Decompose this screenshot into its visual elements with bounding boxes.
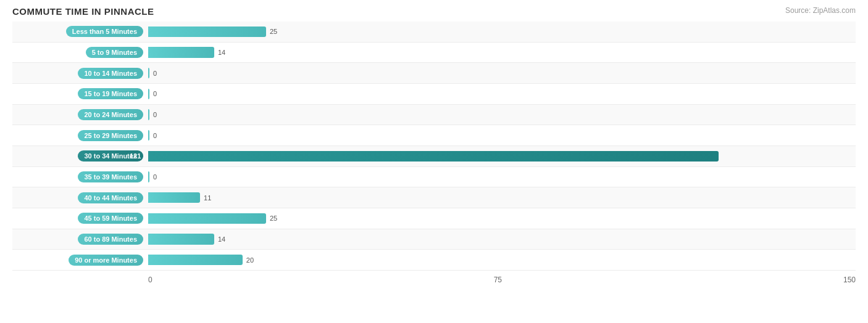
source-label: Source: ZipAtlas.com (785, 6, 856, 15)
bar-label-container: 45 to 59 Minutes (12, 213, 148, 224)
bar-fill (148, 27, 266, 37)
bar-value: 0 (153, 132, 157, 139)
bar-fill (148, 109, 149, 120)
bar-row: 40 to 44 Minutes11 (12, 187, 856, 208)
bar-value: 11 (204, 194, 211, 202)
bar-row: 45 to 59 Minutes25 (12, 208, 856, 229)
bar-track: 0 (148, 64, 856, 82)
x-axis-tick: 150 (843, 276, 856, 284)
bar-track: 14 (148, 44, 856, 62)
bar-track: 14 (148, 231, 856, 248)
bar-track: 25 (148, 23, 856, 41)
bar-row: 35 to 39 Minutes0 (12, 167, 856, 188)
bar-fill (148, 171, 149, 182)
bar-value: 121 (130, 152, 141, 160)
bar-label-container: 60 to 89 Minutes (12, 234, 148, 245)
bar-row: 5 to 9 Minutes14 (12, 43, 856, 63)
bar-label-pill: 10 to 14 Minutes (78, 68, 143, 79)
bar-value: 0 (153, 90, 157, 97)
bar-label-pill: 20 to 24 Minutes (78, 109, 143, 120)
bar-value: 20 (246, 256, 254, 264)
chart-title: COMMUTE TIME IN PINNACLE (12, 6, 856, 17)
bar-track: 11 (148, 189, 856, 206)
bar-value: 14 (218, 49, 225, 56)
bar-row: 60 to 89 Minutes14 (12, 229, 856, 250)
bar-fill (148, 89, 149, 99)
bar-track: 0 (148, 106, 856, 124)
bar-label-container: 90 or more Minutes (12, 255, 148, 266)
bar-label-pill: Less than 5 Minutes (66, 26, 143, 37)
bar-row: 10 to 14 Minutes0 (12, 63, 856, 84)
bar-value: 0 (153, 173, 157, 181)
bar-fill (148, 234, 214, 244)
chart-area: Less than 5 Minutes255 to 9 Minutes1410 … (12, 22, 856, 289)
bar-row: Less than 5 Minutes25 (12, 22, 856, 43)
bar-track: 0 (148, 126, 856, 144)
bar-label-pill: 15 to 19 Minutes (78, 88, 143, 99)
bar-value: 0 (153, 111, 157, 118)
chart-container: COMMUTE TIME IN PINNACLE Source: ZipAtla… (0, 0, 868, 323)
bar-label-container: 20 to 24 Minutes (12, 109, 148, 120)
bar-fill (148, 130, 149, 141)
bar-track: 0 (148, 168, 856, 186)
bar-label-container: 35 to 39 Minutes (12, 171, 148, 182)
bar-row: 30 to 34 Minutes121 (12, 146, 856, 167)
bar-track: 20 (148, 251, 856, 269)
bar-label-container: 25 to 29 Minutes (12, 130, 148, 141)
bar-label-container: 10 to 14 Minutes (12, 68, 148, 79)
bar-fill (148, 213, 266, 224)
bar-value: 25 (270, 28, 277, 35)
bar-fill (148, 47, 214, 57)
bar-row: 25 to 29 Minutes0 (12, 125, 856, 146)
bar-value: 14 (218, 235, 225, 243)
bar-fill (148, 255, 243, 265)
x-axis-tick: 75 (494, 276, 502, 284)
bar-track: 0 (148, 85, 856, 103)
bar-track: 25 (148, 210, 856, 227)
bar-label-pill: 90 or more Minutes (69, 255, 143, 266)
bar-label-container: 15 to 19 Minutes (12, 88, 148, 99)
bar-label-pill: 25 to 29 Minutes (78, 130, 143, 141)
bars-area: Less than 5 Minutes255 to 9 Minutes1410 … (12, 22, 856, 271)
x-axis: 075150 (148, 271, 856, 289)
bar-fill: 121 (148, 151, 719, 162)
bar-label-pill: 45 to 59 Minutes (78, 213, 143, 224)
bar-label-pill: 35 to 39 Minutes (78, 171, 143, 182)
bar-label-container: 40 to 44 Minutes (12, 192, 148, 203)
bar-track: 121 (148, 147, 856, 165)
x-axis-tick: 0 (148, 276, 152, 284)
bar-label-pill: 60 to 89 Minutes (78, 234, 143, 245)
bar-label-container: 30 to 34 Minutes (12, 150, 148, 162)
bar-value: 0 (153, 70, 157, 77)
bar-label-container: 5 to 9 Minutes (12, 47, 148, 58)
bar-row: 15 to 19 Minutes0 (12, 84, 856, 105)
bar-label-pill: 5 to 9 Minutes (86, 47, 143, 58)
bar-fill (148, 68, 149, 78)
bar-value: 25 (270, 215, 277, 222)
bar-label-container: Less than 5 Minutes (12, 26, 148, 37)
bar-label-pill: 40 to 44 Minutes (78, 192, 143, 203)
bar-fill (148, 192, 200, 203)
bar-row: 20 to 24 Minutes0 (12, 105, 856, 126)
bar-row: 90 or more Minutes20 (12, 250, 856, 271)
